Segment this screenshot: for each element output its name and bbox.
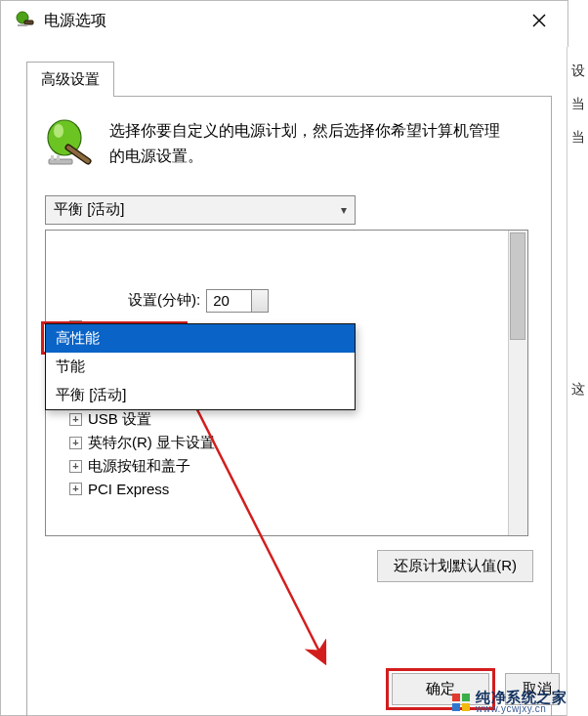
tree-node-label: 英特尔(R) 显卡设置	[88, 434, 215, 452]
plan-dropdown[interactable]: 高性能 节能 平衡 [活动]	[45, 323, 356, 410]
window-title: 电源选项	[44, 11, 106, 31]
watermark: 纯净系统之家 www.ycwjxy.cn	[452, 690, 567, 714]
battery-plug-icon	[45, 118, 96, 169]
hard-disk-timeout-row: 设置(分钟): 20 ▲ ▼	[128, 289, 520, 313]
titlebar: 电源选项	[1, 1, 567, 40]
close-icon	[532, 14, 546, 27]
svg-rect-2	[18, 24, 27, 26]
client-area: 高级设置 选择你要自定义的电源计划，然后选择你希望计算机管理	[1, 40, 567, 716]
tree-node-label: USB 设置	[88, 410, 151, 429]
chevron-down-icon: ▾	[341, 203, 347, 217]
restore-defaults-button[interactable]: 还原计划默认值(R)	[377, 550, 533, 582]
description-row: 选择你要自定义的电源计划，然后选择你希望计算机管理 的电源设置。	[45, 118, 533, 170]
timeout-value: 20	[213, 292, 230, 309]
description-text: 选择你要自定义的电源计划，然后选择你希望计算机管理 的电源设置。	[109, 118, 500, 170]
timeout-spinner[interactable]: 20 ▲ ▼	[206, 289, 269, 313]
svg-rect-8	[51, 155, 54, 160]
spinner-up-icon[interactable]: ▲	[257, 291, 265, 300]
expand-icon[interactable]: +	[69, 460, 82, 473]
power-options-icon	[15, 11, 34, 30]
tree-node-label: PCI Express	[88, 481, 169, 497]
tree-node[interactable]: +PCI Express	[69, 481, 520, 497]
tree-node[interactable]: +USB 设置	[69, 410, 520, 429]
plan-select-value: 平衡 [活动]	[54, 200, 125, 219]
expand-icon[interactable]: +	[69, 483, 82, 495]
cropped-neighbour-window: 设当当 这	[567, 47, 588, 716]
svg-rect-1	[24, 21, 33, 24]
plan-option-power-saver[interactable]: 节能	[46, 353, 355, 381]
tab-strip: 高级设置	[26, 62, 552, 97]
watermark-text: 纯净系统之家	[476, 690, 567, 704]
plan-option-balanced[interactable]: 平衡 [活动]	[46, 381, 355, 409]
description-line1: 选择你要自定义的电源计划，然后选择你希望计算机管理	[109, 122, 500, 139]
close-button[interactable]	[525, 6, 554, 35]
tree-node-label: 电源按钮和盖子	[88, 457, 190, 476]
watermark-url: www.ycwjxy.cn	[476, 704, 567, 714]
tree-node[interactable]: +英特尔(R) 显卡设置	[69, 434, 520, 452]
vertical-scrollbar[interactable]	[508, 231, 527, 535]
scrollbar-thumb[interactable]	[510, 232, 525, 340]
plan-select[interactable]: 平衡 [活动] ▾	[45, 195, 356, 225]
description-line2: 的电源设置。	[109, 147, 203, 164]
spinner-down-icon[interactable]: ▼	[257, 302, 265, 311]
watermark-logo-icon	[452, 694, 470, 711]
expand-icon[interactable]: +	[69, 437, 82, 449]
setting-label: 设置(分钟):	[128, 291, 200, 310]
plan-option-high-performance[interactable]: 高性能	[46, 324, 355, 353]
tab-panel: 选择你要自定义的电源计划，然后选择你希望计算机管理 的电源设置。 平衡 [活动]…	[26, 96, 552, 716]
dialog-window: 电源选项 高级设置	[0, 0, 568, 716]
tab-advanced[interactable]: 高级设置	[26, 62, 114, 97]
svg-rect-9	[57, 155, 60, 160]
svg-point-6	[54, 124, 63, 138]
tree-node[interactable]: +电源按钮和盖子	[69, 457, 520, 476]
expand-icon[interactable]: +	[69, 413, 82, 426]
